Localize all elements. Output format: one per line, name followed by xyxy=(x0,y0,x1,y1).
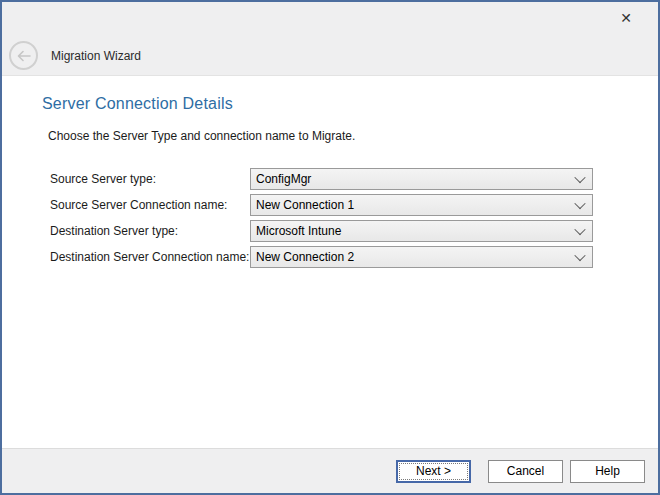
form-row: Destination Server Connection name: New … xyxy=(50,246,658,268)
help-button[interactable]: Help xyxy=(570,460,645,483)
wizard-title: Migration Wizard xyxy=(51,49,141,63)
form-row: Source Server type: ConfigMgr xyxy=(50,168,658,190)
destination-connection-name-select[interactable]: New Connection 2 xyxy=(250,246,593,268)
arrow-left-icon xyxy=(16,50,32,62)
source-server-type-label: Source Server type: xyxy=(50,172,250,186)
connection-form: Source Server type: ConfigMgr Source Ser… xyxy=(2,168,658,268)
cancel-button[interactable]: Cancel xyxy=(488,460,563,483)
footer-button-bar: Next > Cancel Help xyxy=(2,448,658,493)
chevron-down-icon xyxy=(574,198,585,209)
source-connection-name-select[interactable]: New Connection 1 xyxy=(250,194,593,216)
migration-wizard-window: ✕ Migration Wizard Server Connection Det… xyxy=(0,0,660,495)
close-icon: ✕ xyxy=(620,11,632,25)
chevron-down-icon xyxy=(574,224,585,235)
close-button[interactable]: ✕ xyxy=(613,7,639,29)
window-header-band: ✕ Migration Wizard xyxy=(2,2,658,76)
destination-server-type-select[interactable]: Microsoft Intune xyxy=(250,220,593,242)
chevron-down-icon xyxy=(574,172,585,183)
page-description: Choose the Server Type and connection na… xyxy=(48,129,658,143)
form-row: Destination Server type: Microsoft Intun… xyxy=(50,220,658,242)
next-button[interactable]: Next > xyxy=(396,460,471,483)
combo-value: Microsoft Intune xyxy=(256,224,576,238)
destination-connection-name-label: Destination Server Connection name: xyxy=(50,250,250,264)
page-title: Server Connection Details xyxy=(42,95,658,113)
back-button[interactable] xyxy=(9,41,38,70)
page-content: Server Connection Details Choose the Ser… xyxy=(2,76,658,448)
combo-value: New Connection 1 xyxy=(256,198,576,212)
source-connection-name-label: Source Server Connection name: xyxy=(50,198,250,212)
source-server-type-select[interactable]: ConfigMgr xyxy=(250,168,593,190)
destination-server-type-label: Destination Server type: xyxy=(50,224,250,238)
chevron-down-icon xyxy=(574,250,585,261)
combo-value: New Connection 2 xyxy=(256,250,576,264)
wizard-header: Migration Wizard xyxy=(9,41,141,70)
combo-value: ConfigMgr xyxy=(256,172,576,186)
form-row: Source Server Connection name: New Conne… xyxy=(50,194,658,216)
